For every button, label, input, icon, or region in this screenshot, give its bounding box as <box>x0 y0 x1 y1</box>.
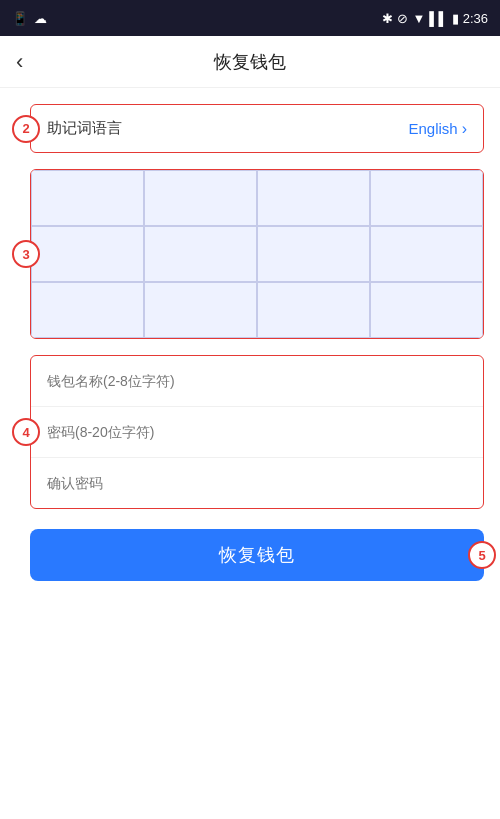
word-cell-12[interactable] <box>370 282 483 338</box>
word-cell-3[interactable] <box>257 170 370 226</box>
time-display: 2:36 <box>463 11 488 26</box>
word-cell-5[interactable] <box>31 226 144 282</box>
word-cell-4[interactable] <box>370 170 483 226</box>
word-grid <box>31 170 483 338</box>
phone-icon: 📱 <box>12 11 28 26</box>
password-input[interactable] <box>47 424 467 440</box>
confirm-password-field-item <box>31 458 483 508</box>
battery-icon: ▮ <box>452 11 459 26</box>
word-cell-10[interactable] <box>144 282 257 338</box>
mnemonic-language-row[interactable]: 助记词语言 English › <box>30 104 484 153</box>
word-cell-2[interactable] <box>144 170 257 226</box>
confirm-password-input[interactable] <box>47 475 467 491</box>
signal-mute-icon: ⊘ <box>397 11 408 26</box>
signal-bars-icon: ▌▌ <box>429 11 447 26</box>
nav-bar: ‹ 恢复钱包 <box>0 36 500 88</box>
word-cell-1[interactable] <box>31 170 144 226</box>
back-button[interactable]: ‹ <box>16 49 23 75</box>
section-label-2: 2 <box>12 115 40 143</box>
section-label-5: 5 <box>468 541 496 569</box>
word-cell-9[interactable] <box>31 282 144 338</box>
word-cell-8[interactable] <box>370 226 483 282</box>
status-left-icons: 📱 ☁ <box>12 11 47 26</box>
section-label-3: 3 <box>12 240 40 268</box>
restore-button-section: 恢复钱包 5 <box>16 525 484 581</box>
restore-wallet-button[interactable]: 恢复钱包 <box>30 529 484 581</box>
section-label-4: 4 <box>12 418 40 446</box>
restore-button-wrapper: 恢复钱包 5 <box>30 529 484 581</box>
password-field-item <box>31 407 483 458</box>
status-right-area: ✱ ⊘ ▼ ▌▌ ▮ 2:36 <box>382 11 488 26</box>
word-grid-box <box>30 169 484 339</box>
mnemonic-value-area[interactable]: English › <box>408 120 467 138</box>
chevron-right-icon: › <box>462 120 467 138</box>
fields-section: 4 <box>16 355 484 509</box>
wifi-bars-icon: ▼ <box>412 11 425 26</box>
bluetooth-icon: ✱ <box>382 11 393 26</box>
word-grid-section: 3 <box>16 169 484 339</box>
word-cell-6[interactable] <box>144 226 257 282</box>
fields-box <box>30 355 484 509</box>
page-title: 恢复钱包 <box>214 50 286 74</box>
content-area: 2 助记词语言 English › 3 <box>0 88 500 597</box>
word-cell-11[interactable] <box>257 282 370 338</box>
mnemonic-language-section: 2 助记词语言 English › <box>16 104 484 153</box>
cloud-icon: ☁ <box>34 11 47 26</box>
mnemonic-field-label: 助记词语言 <box>47 119 122 138</box>
word-cell-7[interactable] <box>257 226 370 282</box>
status-bar: 📱 ☁ ✱ ⊘ ▼ ▌▌ ▮ 2:36 <box>0 0 500 36</box>
wallet-name-field-item <box>31 356 483 407</box>
mnemonic-language-value: English <box>408 120 457 137</box>
wallet-name-input[interactable] <box>47 373 467 389</box>
